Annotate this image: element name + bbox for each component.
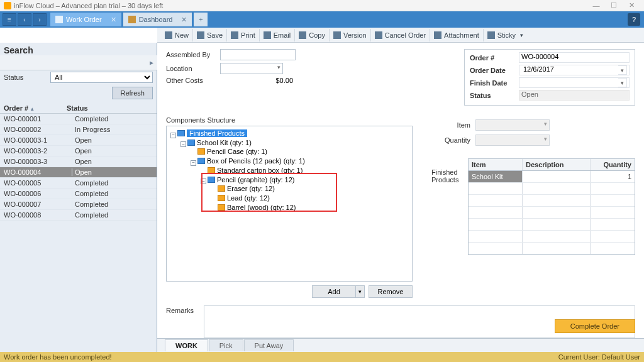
- add-dropdown-icon[interactable]: ▾: [356, 285, 365, 298]
- tree-node[interactable]: Eraser (qty: 12): [227, 185, 275, 192]
- add-button[interactable]: Add: [312, 285, 356, 298]
- complete-order-button[interactable]: Complete Order: [555, 319, 635, 333]
- collapse-sidebar-icon[interactable]: ▶: [150, 59, 153, 66]
- table-row[interactable]: [469, 243, 635, 255]
- attachment-button[interactable]: Attachment: [430, 29, 484, 41]
- finish-date-field[interactable]: [521, 78, 618, 87]
- version-button[interactable]: Version: [330, 29, 371, 41]
- minimize-button[interactable]: —: [587, 2, 605, 9]
- tree-root[interactable]: Finished Products: [187, 129, 247, 137]
- tree-node[interactable]: Standard carton box (qty: 1): [217, 167, 303, 174]
- email-button[interactable]: Email: [260, 29, 296, 41]
- other-costs-label: Other Costs: [166, 77, 220, 84]
- sticky-icon: [487, 31, 495, 39]
- order-list-item[interactable]: WO-000008Completed: [0, 210, 157, 221]
- table-row[interactable]: [469, 231, 635, 243]
- tab-label: Work Order: [66, 16, 102, 23]
- expander-icon[interactable]: −: [191, 160, 196, 166]
- new-button[interactable]: New: [161, 29, 193, 41]
- tab-work[interactable]: WORK: [165, 339, 208, 351]
- remarks-label: Remarks: [166, 305, 197, 338]
- folder-icon: [197, 148, 205, 155]
- order-list-item[interactable]: WO-000003-2Open: [0, 146, 157, 156]
- nav-back-button[interactable]: ‹: [18, 13, 31, 26]
- order-list-item[interactable]: WO-000001Completed: [0, 114, 157, 124]
- sticky-button[interactable]: Sticky▾: [484, 29, 527, 41]
- date-picker-icon[interactable]: ▾: [618, 78, 627, 87]
- col-order[interactable]: Order #: [4, 104, 28, 112]
- expander-icon[interactable]: −: [180, 141, 186, 147]
- date-picker-icon[interactable]: ▾: [618, 65, 627, 75]
- refresh-button[interactable]: Refresh: [112, 87, 153, 99]
- tree-node[interactable]: Pencil (graphite) (qty: 12): [217, 176, 295, 184]
- order-no-field[interactable]: WO-000004: [519, 52, 630, 63]
- table-row[interactable]: School Kit1: [469, 171, 635, 183]
- expander-icon[interactable]: −: [201, 178, 206, 184]
- order-list-item[interactable]: WO-000002In Progress: [0, 124, 157, 135]
- remove-button[interactable]: Remove: [369, 285, 413, 298]
- table-row[interactable]: [469, 195, 635, 207]
- folder-icon: [177, 130, 185, 136]
- expander-icon[interactable]: −: [170, 133, 176, 138]
- maximize-button[interactable]: ☐: [605, 1, 623, 9]
- table-row[interactable]: [469, 183, 635, 195]
- cancel-icon: [375, 31, 382, 39]
- sidebar-toolbar: ▶: [0, 55, 157, 70]
- close-icon[interactable]: ✕: [111, 16, 116, 24]
- copy-button[interactable]: Copy: [295, 29, 330, 41]
- folder-icon: [187, 140, 195, 146]
- close-button[interactable]: ✕: [623, 1, 640, 9]
- new-tab-button[interactable]: +: [194, 13, 208, 26]
- tab-putaway[interactable]: Put Away: [244, 339, 294, 351]
- window-titlebar: inFlow Cloud – Advanced plan trial – 30 …: [0, 0, 644, 11]
- sort-asc-icon: ▲: [30, 106, 35, 112]
- finished-products-table[interactable]: Item Description Quantity School Kit1: [468, 158, 635, 255]
- status-field: Open: [519, 90, 630, 101]
- tree-node[interactable]: Box of Pencils (12 pack) (qty: 1): [207, 157, 305, 165]
- tab-pick[interactable]: Pick: [209, 339, 243, 351]
- other-costs-value[interactable]: $0.00: [220, 77, 296, 84]
- menu-button[interactable]: ≡: [3, 13, 16, 26]
- window-title: inFlow Cloud – Advanced plan trial – 30 …: [14, 2, 163, 9]
- tab-work-order[interactable]: Work Order ✕: [50, 13, 121, 26]
- tree-node[interactable]: Pencil Case (qty: 1): [207, 148, 267, 155]
- tree-node[interactable]: School Kit (qty: 1): [197, 139, 252, 146]
- app-icon: [4, 2, 11, 9]
- folder-icon: [218, 204, 225, 211]
- order-list-item[interactable]: WO-000005Completed: [0, 178, 157, 189]
- table-row[interactable]: [469, 219, 635, 231]
- order-list-item[interactable]: WO-000004Open: [0, 167, 157, 178]
- order-list-item[interactable]: WO-000003-3Open: [0, 156, 157, 167]
- finished-products-label: FinishedProducts: [431, 152, 464, 184]
- tab-dashboard[interactable]: Dashboard ✕: [123, 13, 192, 26]
- assembled-by-input[interactable]: [220, 49, 296, 60]
- order-list-item[interactable]: WO-000006Completed: [0, 189, 157, 199]
- assembled-by-label: Assembled By: [166, 51, 220, 58]
- order-list-item[interactable]: WO-000007Completed: [0, 199, 157, 210]
- col-qty[interactable]: Quantity: [591, 159, 635, 170]
- col-item[interactable]: Item: [469, 159, 523, 170]
- table-row[interactable]: [469, 207, 635, 219]
- order-list[interactable]: WO-000001CompletedWO-000002In ProgressWO…: [0, 114, 157, 352]
- quantity-select[interactable]: [475, 134, 550, 146]
- order-date-field[interactable]: 12/6/2017: [521, 65, 618, 75]
- order-list-item[interactable]: WO-000003-1Open: [0, 135, 157, 146]
- folder-icon: [218, 185, 225, 192]
- status-select[interactable]: All: [50, 72, 153, 83]
- item-select[interactable]: [475, 119, 550, 131]
- nav-forward-button[interactable]: ›: [33, 13, 47, 26]
- col-desc[interactable]: Description: [523, 159, 591, 170]
- tree-node[interactable]: Barrel (wood) (qty: 12): [227, 204, 296, 211]
- cancel-order-button[interactable]: Cancel Order: [371, 29, 430, 41]
- location-select[interactable]: [220, 63, 283, 74]
- save-button[interactable]: Save: [193, 29, 227, 41]
- help-button[interactable]: ?: [628, 13, 640, 26]
- print-button[interactable]: Print: [227, 29, 260, 41]
- col-status[interactable]: Status: [67, 104, 153, 112]
- components-tree[interactable]: −Finished Products −School Kit (qty: 1) …: [166, 126, 413, 282]
- main-panel: Assembled By Location Other Costs$0.00 O…: [157, 43, 644, 352]
- tree-node[interactable]: Lead (qty: 12): [227, 194, 270, 202]
- close-icon[interactable]: ✕: [181, 16, 187, 24]
- status-label: Status: [470, 92, 519, 99]
- folder-icon: [208, 177, 215, 183]
